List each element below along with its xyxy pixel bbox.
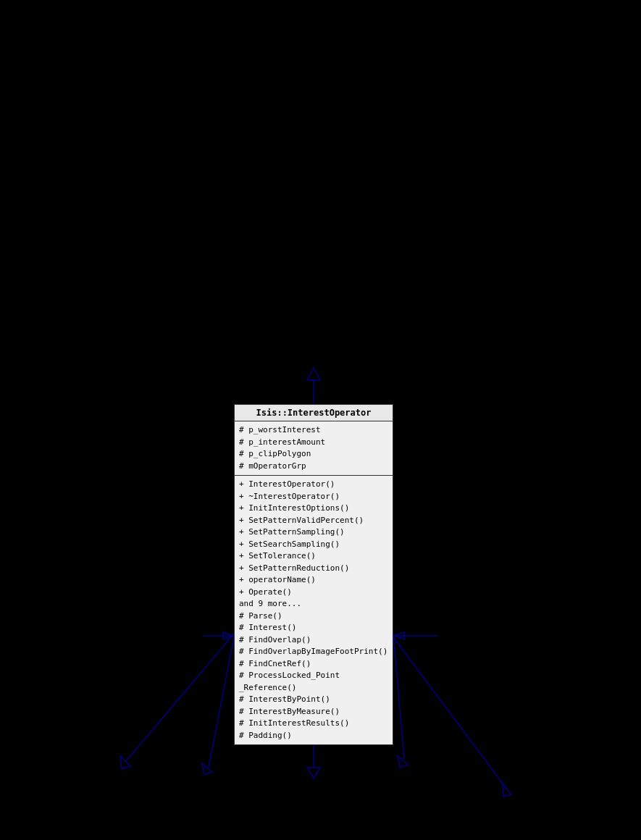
class-methods: + InterestOperator() + ~InterestOperator… [235,476,393,744]
svg-marker-8 [202,763,212,775]
svg-marker-6 [120,756,130,769]
class-box: Isis::InterestOperator # p_worstInterest… [234,404,393,745]
attr-line: # p_worstInterest [239,425,321,434]
svg-marker-10 [398,756,408,768]
method-line: # FindCnetRef() [239,658,388,671]
class-attributes: # p_worstInterest # p_interestAmount # p… [235,421,393,476]
method-line: # InterestByPoint() [239,694,388,706]
method-line: + ~InterestOperator() [239,491,388,503]
uml-diagram: Isis::InterestOperator # p_worstInterest… [0,0,641,840]
svg-line-11 [393,637,507,789]
method-line: # FindOverlap() [239,634,388,647]
method-line: # ProcessLocked_Point [239,670,388,682]
class-name: Isis::InterestOperator [235,405,393,421]
method-line: + Operate() [239,587,388,599]
method-line: # Interest() [239,622,388,634]
svg-marker-14 [223,632,233,639]
method-line: + operatorName() [239,574,388,587]
svg-marker-4 [307,768,320,778]
attr-line: # p_interestAmount [239,437,325,447]
attr-line: # p_clipPolygon [239,449,311,458]
method-line: # FindOverlapByImageFootPrint() [239,646,388,658]
method-line: + SetTolerance() [239,550,388,563]
method-line: # Padding() [239,730,388,742]
svg-marker-12 [503,784,511,797]
svg-line-7 [209,637,234,768]
method-line: + SetPatternReduction() [239,563,388,575]
method-line: + InterestOperator() [239,479,388,491]
method-line: + SetPatternValidPercent() [239,515,388,527]
svg-marker-16 [394,632,404,639]
method-line: # InitInterestResults() [239,718,388,730]
svg-line-5 [127,634,234,760]
svg-marker-1 [307,368,320,380]
method-line: # InterestByMeasure() [239,706,388,718]
method-line: # Parse() [239,610,388,623]
attr-line: # mOperatorGrp [239,461,306,471]
method-line: + SetSearchSampling() [239,539,388,551]
svg-line-9 [393,634,404,759]
method-line: + SetPatternSampling() [239,526,388,539]
method-line: _Reference() [239,682,388,694]
method-line: + InitInterestOptions() [239,503,388,515]
method-line: and 9 more... [239,598,388,610]
